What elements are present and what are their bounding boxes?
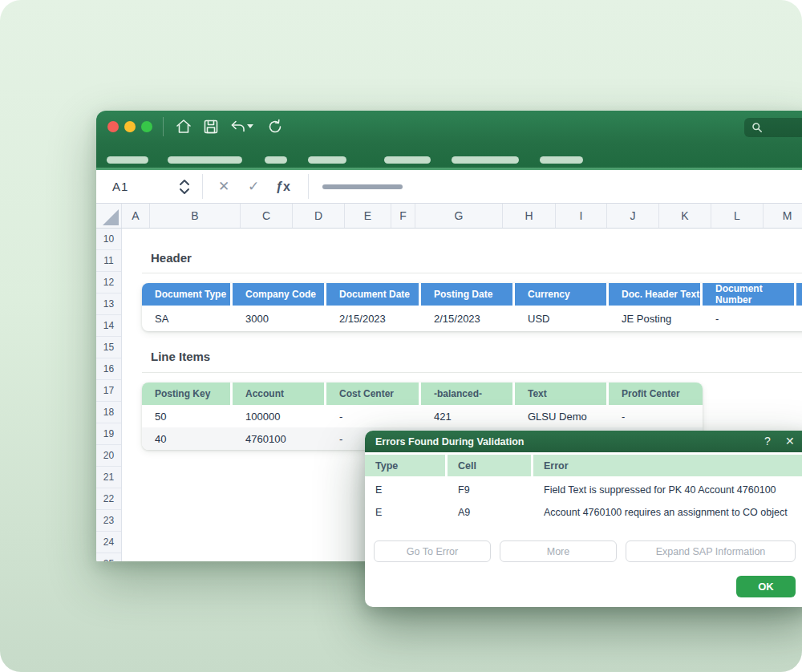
save-icon[interactable] bbox=[202, 118, 220, 136]
line-items-col[interactable]: Posting Key bbox=[142, 383, 233, 405]
column-header[interactable]: L bbox=[711, 204, 764, 228]
row-header[interactable]: 10 bbox=[96, 229, 121, 250]
name-box[interactable]: A1 bbox=[112, 170, 128, 203]
row-header[interactable]: 19 bbox=[96, 423, 121, 445]
expand-sap-information-button[interactable]: Expand SAP Information bbox=[626, 540, 796, 562]
cell-document-date[interactable]: 2/15/2023 bbox=[326, 306, 421, 331]
line-items-col[interactable]: Profit Center bbox=[609, 383, 703, 405]
header-col[interactable]: Document Date bbox=[326, 283, 421, 306]
column-header[interactable]: D bbox=[293, 204, 345, 228]
cell-account[interactable]: 4760100 bbox=[233, 427, 326, 450]
column-header[interactable]: J bbox=[607, 204, 659, 228]
row-headers: 10 11 12 13 14 15 16 17 18 19 20 21 22 2… bbox=[96, 229, 122, 561]
home-icon[interactable] bbox=[175, 118, 192, 136]
header-col[interactable]: Doc. Header Text bbox=[609, 283, 703, 306]
name-box-stepper[interactable] bbox=[178, 177, 191, 196]
formula-bar: A1 ✕ ✓ ƒx bbox=[96, 170, 802, 204]
cell-balanced[interactable]: 421 bbox=[421, 405, 515, 427]
row-header[interactable]: 18 bbox=[96, 402, 121, 423]
header-col-overflow bbox=[796, 283, 802, 306]
row-header[interactable]: 22 bbox=[96, 488, 121, 510]
page-background: A1 ✕ ✓ ƒx A B C D E F G H I J K L M bbox=[0, 0, 802, 672]
ribbon-tab-placeholder[interactable] bbox=[265, 156, 287, 164]
cell-profit-center[interactable]: - bbox=[609, 405, 703, 427]
column-header[interactable]: C bbox=[241, 204, 293, 228]
cell-cost-center[interactable]: - bbox=[326, 405, 421, 427]
line-items-col[interactable]: -balanced- bbox=[421, 383, 515, 405]
header-col[interactable]: Document Number bbox=[703, 283, 796, 306]
line-item-row: 50 100000 - 421 GLSU Demo - bbox=[142, 405, 703, 427]
cell-document-number[interactable]: - bbox=[703, 306, 796, 331]
line-items-col[interactable]: Account bbox=[233, 383, 326, 405]
cell-posting-date[interactable]: 2/15/2023 bbox=[421, 306, 515, 331]
ok-button[interactable]: OK bbox=[736, 576, 796, 597]
insert-function-icon[interactable]: ƒx bbox=[273, 170, 294, 203]
zoom-window-button[interactable] bbox=[141, 121, 152, 132]
more-button[interactable]: More bbox=[500, 540, 617, 562]
cell-doc-header-text[interactable]: JE Posting bbox=[609, 306, 703, 331]
redo-refresh-icon[interactable] bbox=[266, 118, 284, 136]
row-header[interactable]: 24 bbox=[96, 532, 121, 553]
header-col[interactable]: Posting Date bbox=[421, 283, 515, 306]
search-input[interactable] bbox=[744, 118, 802, 137]
select-all-corner[interactable] bbox=[96, 204, 122, 228]
row-header[interactable]: 23 bbox=[96, 510, 121, 532]
cell-document-type[interactable]: SA bbox=[142, 306, 233, 331]
row-header[interactable]: 17 bbox=[96, 380, 121, 402]
cell-company-code[interactable]: 3000 bbox=[233, 306, 326, 331]
column-header[interactable]: A bbox=[122, 204, 150, 228]
cell-account[interactable]: 100000 bbox=[233, 405, 326, 427]
undo-dropdown-caret[interactable] bbox=[247, 124, 253, 128]
error-type: E bbox=[365, 501, 448, 523]
line-items-col[interactable]: Cost Center bbox=[326, 383, 421, 405]
cancel-icon[interactable]: ✕ bbox=[213, 170, 234, 203]
ribbon-tab-placeholder[interactable] bbox=[308, 156, 346, 164]
column-header[interactable]: K bbox=[659, 204, 711, 228]
header-col[interactable]: Currency bbox=[515, 283, 609, 306]
row-header[interactable]: 13 bbox=[96, 293, 121, 315]
column-header[interactable]: B bbox=[150, 204, 241, 228]
minimize-window-button[interactable] bbox=[124, 121, 136, 132]
line-items-section-title: Line Items bbox=[151, 350, 210, 363]
cell-posting-key[interactable]: 40 bbox=[142, 427, 233, 450]
formula-input[interactable] bbox=[322, 184, 403, 189]
error-cell: F9 bbox=[448, 479, 533, 500]
column-header[interactable]: G bbox=[415, 204, 503, 228]
section-divider bbox=[142, 273, 802, 273]
header-col[interactable]: Company Code bbox=[233, 283, 326, 306]
column-header[interactable]: M bbox=[764, 204, 802, 228]
go-to-error-button[interactable]: Go To Error bbox=[374, 540, 491, 562]
cell-currency[interactable]: USD bbox=[515, 306, 609, 331]
line-items-col[interactable]: Text bbox=[515, 383, 609, 405]
column-header[interactable]: F bbox=[391, 204, 415, 228]
ribbon-tab-placeholder[interactable] bbox=[107, 156, 148, 164]
column-header[interactable]: E bbox=[345, 204, 391, 228]
ribbon-tab-placeholder[interactable] bbox=[540, 156, 583, 164]
cell-posting-key[interactable]: 50 bbox=[142, 405, 233, 427]
dialog-help-icon[interactable]: ? bbox=[764, 431, 771, 452]
ribbon-tab-placeholder[interactable] bbox=[452, 156, 519, 164]
undo-icon[interactable] bbox=[229, 118, 247, 136]
search-icon bbox=[751, 122, 763, 133]
row-header[interactable]: 20 bbox=[96, 445, 121, 467]
row-header[interactable]: 21 bbox=[96, 467, 121, 488]
column-header[interactable]: H bbox=[503, 204, 556, 228]
cell-text[interactable]: GLSU Demo bbox=[515, 405, 609, 427]
dialog-close-icon[interactable]: ✕ bbox=[785, 431, 795, 452]
error-row[interactable]: E F9 Field Text is suppressed for PK 40 … bbox=[365, 479, 802, 500]
close-window-button[interactable] bbox=[107, 121, 119, 132]
row-header[interactable]: 15 bbox=[96, 337, 121, 358]
window-controls bbox=[107, 121, 152, 132]
row-header[interactable]: 16 bbox=[96, 358, 121, 380]
column-header[interactable]: I bbox=[556, 204, 607, 228]
row-header[interactable]: 11 bbox=[96, 250, 121, 272]
row-header[interactable]: 14 bbox=[96, 315, 121, 337]
confirm-icon[interactable]: ✓ bbox=[243, 170, 264, 203]
error-row[interactable]: E A9 Account 4760100 requires an assignm… bbox=[365, 501, 802, 523]
row-header[interactable]: 25 bbox=[96, 553, 121, 561]
header-col[interactable]: Document Type bbox=[142, 283, 233, 306]
formula-bar-divider bbox=[202, 174, 203, 199]
ribbon-tab-placeholder[interactable] bbox=[384, 156, 431, 164]
ribbon-tab-placeholder[interactable] bbox=[168, 156, 242, 164]
row-header[interactable]: 12 bbox=[96, 272, 121, 293]
